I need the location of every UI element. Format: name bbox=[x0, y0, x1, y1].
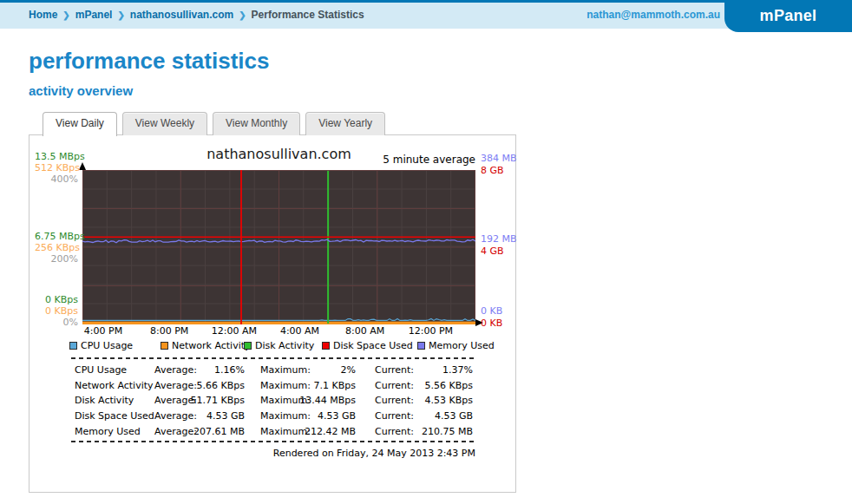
legend-label: Memory Used bbox=[429, 340, 495, 351]
x-tick-label: 4:00 PM bbox=[84, 325, 122, 337]
legend-item-network-activity: Network Activity bbox=[161, 340, 251, 351]
left-axis-tick-group: 6.75 MBps256 KBps200% bbox=[35, 231, 78, 265]
stat-maximum-value: 2% bbox=[274, 364, 356, 376]
stat-average-value: 1.16% bbox=[165, 364, 245, 376]
legend-label: Disk Space Used bbox=[333, 340, 413, 351]
legend-item-cpu-usage: CPU Usage bbox=[69, 340, 133, 351]
view-tabs: View DailyView WeeklyView MonthlyView Ye… bbox=[43, 112, 385, 136]
disk-activity-scale-tick: 6.75 MBps bbox=[35, 231, 78, 242]
page-title: performance statistics bbox=[29, 48, 269, 75]
breadcrumb-separator-icon: ❯ bbox=[112, 10, 129, 20]
legend-swatch-icon bbox=[244, 342, 252, 350]
network-activity-scale-tick: 512 KBps bbox=[35, 162, 78, 173]
plot-area bbox=[82, 170, 475, 324]
account-email-link[interactable]: nathan@mammoth.com.au bbox=[521, 9, 720, 21]
legend-label: Network Activity bbox=[172, 340, 251, 351]
legend-swatch-icon bbox=[161, 342, 168, 350]
stat-average-value: 5.66 KBps bbox=[165, 380, 245, 391]
breadcrumb-separator-icon: ❯ bbox=[233, 10, 251, 20]
stat-current-value: 4.53 GB bbox=[399, 410, 473, 422]
right-axis-tick-group: 0 KB0 KB bbox=[481, 305, 533, 330]
chart-subtitle: 5 minute average bbox=[82, 154, 475, 166]
network-activity-scale-tick: 256 KBps bbox=[35, 242, 78, 253]
rendered-timestamp: Rendered on Friday, 24 May 2013 2:43 PM bbox=[71, 448, 475, 459]
tab-view-yearly[interactable]: View Yearly bbox=[305, 112, 385, 135]
disk-space-scale-tick: 8 GB bbox=[481, 165, 533, 177]
section-title: activity overview bbox=[29, 83, 133, 98]
left-axis-tick-group: 13.5 MBps512 KBps400% bbox=[35, 151, 78, 185]
stats-row-cpu-usage: CPU UsageAverage:1.16%Maximum:2%Current:… bbox=[35, 364, 495, 380]
left-axis-tick-group: 0 KBps0 KBps0% bbox=[35, 294, 78, 328]
stats-row-disk-space-used: Disk Space UsedAverage:4.53 GBMaximum:4.… bbox=[35, 410, 495, 426]
dashed-divider-bottom bbox=[71, 441, 475, 442]
stat-average-value: 4.53 GB bbox=[165, 410, 245, 422]
stat-name: Disk Space Used bbox=[75, 410, 154, 422]
disk-activity-scale-tick: 13.5 MBps bbox=[35, 151, 78, 162]
stat-current-value: 1.37% bbox=[399, 364, 473, 376]
legend-item-disk-space-used: Disk Space Used bbox=[322, 340, 413, 351]
memory-scale-tick: 384 MB bbox=[481, 153, 533, 165]
dashed-divider-top bbox=[71, 357, 475, 359]
legend-item-disk-activity: Disk Activity bbox=[244, 340, 314, 351]
stats-row-memory-used: Memory UsedAverage:207.61 MBMaximum:212.… bbox=[35, 426, 495, 442]
legend-item-memory-used: Memory Used bbox=[417, 340, 495, 351]
stat-average-value: 207.61 MB bbox=[165, 426, 245, 437]
x-tick-label: 8:00 PM bbox=[150, 325, 188, 337]
legend-swatch-icon bbox=[322, 342, 330, 350]
stat-maximum-value: 7.1 KBps bbox=[274, 380, 356, 391]
stat-name: Disk Activity bbox=[75, 395, 134, 406]
cpu-usage-scale-tick: 0% bbox=[35, 317, 78, 328]
right-axis-tick-group: 192 MB4 GB bbox=[481, 233, 533, 258]
disk-space-scale-tick: 0 KB bbox=[481, 317, 533, 330]
breadcrumb: Home❯mPanel❯nathanosullivan.com❯Performa… bbox=[29, 9, 364, 21]
stat-name: Network Activity bbox=[75, 380, 154, 391]
legend-label: CPU Usage bbox=[81, 340, 133, 351]
memory-scale-tick: 192 MB bbox=[481, 233, 533, 245]
x-tick-label: 12:00 AM bbox=[212, 325, 257, 337]
disk-space-scale-tick: 4 GB bbox=[481, 245, 533, 258]
stats-row-disk-activity: Disk ActivityAverage:51.71 KBpsMaximum:1… bbox=[35, 395, 495, 410]
legend-swatch-icon bbox=[417, 342, 425, 350]
breadcrumb-item-home[interactable]: Home bbox=[29, 9, 57, 21]
breadcrumb-item-nathanosullivan-com[interactable]: nathanosullivan.com bbox=[130, 9, 233, 21]
stat-maximum-value: 4.53 GB bbox=[274, 410, 356, 422]
stat-name: CPU Usage bbox=[75, 364, 127, 376]
x-tick-label: 12:00 PM bbox=[409, 325, 453, 337]
y-axis-arrow-icon bbox=[79, 162, 86, 170]
stat-maximum-value: 212.42 MB bbox=[274, 426, 356, 437]
network-activity-scale-tick: 0 KBps bbox=[35, 305, 78, 317]
activity-panel: nathanosullivan.com 5 minute average 13.… bbox=[29, 134, 516, 493]
right-axis-tick-group: 384 MB8 GB bbox=[481, 153, 533, 177]
stat-current-value: 5.56 KBps bbox=[399, 380, 473, 391]
mpanel-logo: mPanel bbox=[724, 0, 852, 32]
x-tick-label: 8:00 AM bbox=[345, 325, 384, 337]
stat-average-value: 51.71 KBps bbox=[165, 395, 245, 406]
x-tick-label: 4:00 AM bbox=[280, 325, 319, 337]
disk-activity-scale-tick: 0 KBps bbox=[35, 294, 78, 305]
tab-view-monthly[interactable]: View Monthly bbox=[213, 112, 300, 135]
legend-label: Disk Activity bbox=[255, 340, 314, 351]
performance-graph: nathanosullivan.com 5 minute average 13.… bbox=[35, 146, 495, 468]
breadcrumb-item-performance-statistics: Performance Statistics bbox=[252, 9, 364, 21]
memory-scale-tick: 0 KB bbox=[481, 305, 533, 317]
stat-maximum-value: 13.44 MBps bbox=[274, 395, 356, 406]
stats-row-network-activity: Network ActivityAverage:5.66 KBpsMaximum… bbox=[35, 380, 495, 396]
stat-current-value: 210.75 MB bbox=[399, 426, 473, 437]
breadcrumb-separator-icon: ❯ bbox=[57, 10, 75, 20]
cpu-usage-scale-tick: 200% bbox=[35, 253, 78, 265]
cpu-usage-scale-tick: 400% bbox=[35, 173, 78, 185]
breadcrumb-item-mpanel[interactable]: mPanel bbox=[75, 9, 113, 21]
stat-name: Memory Used bbox=[75, 426, 141, 437]
tab-view-daily[interactable]: View Daily bbox=[43, 112, 117, 136]
tab-view-weekly[interactable]: View Weekly bbox=[122, 112, 207, 135]
stat-current-value: 4.53 KBps bbox=[399, 395, 473, 406]
legend-swatch-icon bbox=[69, 342, 77, 350]
